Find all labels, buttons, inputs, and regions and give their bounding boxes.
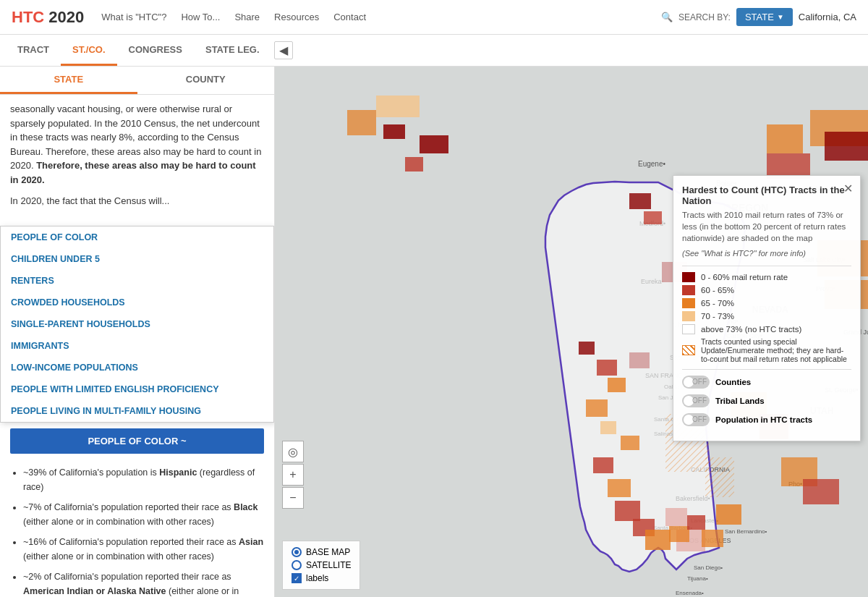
svg-rect-38 (405, 157, 423, 172)
logo: HTC 2020 (12, 8, 84, 27)
toggle-population-label: Population in HTC tracts (715, 415, 812, 424)
location-text: California, CA (799, 12, 856, 22)
svg-text:San Bernardino•: San Bernardino• (725, 528, 767, 535)
sub-tab-state[interactable]: STATE (0, 67, 137, 94)
svg-rect-61 (586, 399, 608, 417)
svg-rect-58 (579, 342, 595, 355)
nav: What is "HTC"? How To... Share Resources… (101, 12, 644, 22)
dropdown-multi-family[interactable]: PEOPLE LIVING IN MULTI-FAMILY HOUSING (1, 400, 273, 422)
legend-item-0-60: 0 - 60% mail return rate (682, 272, 851, 282)
toggle-tribal-label: Tribal Lands (715, 397, 765, 405)
svg-rect-53 (803, 479, 839, 504)
svg-rect-44 (767, 124, 803, 153)
stats-list: ~39% of California's population is Hispa… (10, 465, 264, 598)
tab-congress[interactable]: CONGRESS (117, 35, 194, 66)
legend-description: Tracts with 2010 mail return rates of 73… (682, 209, 851, 244)
legend-item-special: Tracts counted using special Update/Enum… (682, 337, 851, 363)
basemap-radio-filled (292, 547, 302, 557)
tab-collapse-button[interactable]: ◀ (274, 41, 293, 59)
svg-rect-36 (383, 124, 405, 139)
zoom-out-button[interactable]: − (282, 487, 304, 509)
panel-strong: Therefore, these areas also may be hard … (10, 160, 256, 185)
svg-rect-47 (825, 132, 868, 161)
legend-close-button[interactable]: ✕ (843, 182, 853, 195)
toggle-population[interactable]: OFF (682, 413, 710, 426)
zoom-in-button[interactable]: + (282, 464, 304, 486)
dropdown-menu: PEOPLE OF COLOR CHILDREN UNDER 5 RENTERS… (0, 226, 274, 423)
svg-rect-56 (629, 193, 651, 209)
stats-content: ~39% of California's population is Hispa… (0, 460, 274, 598)
basemap-control: BASE MAP SATELLITE ✓ labels (282, 541, 360, 590)
map-area[interactable]: OREGON NEVADA UTAH IDAHO Eugene• Boise• … (275, 67, 868, 597)
tab-tract[interactable]: TRACT (6, 35, 61, 66)
satellite-radio (292, 560, 302, 570)
nav-resources[interactable]: Resources (274, 12, 319, 22)
search-icon: 🔍 (661, 12, 673, 22)
nav-share[interactable]: Share (234, 12, 260, 22)
nav-what-is-htc[interactable]: What is "HTC"? (101, 12, 166, 22)
labels-checkbox-row[interactable]: ✓ labels (292, 573, 351, 583)
dropdown-people-of-color[interactable]: PEOPLE OF COLOR (1, 226, 273, 248)
dropdown-low-income[interactable]: LOW-INCOME POPULATIONS (1, 357, 273, 378)
svg-text:Ensenada•: Ensenada• (676, 590, 704, 596)
stat-black: ~7% of California's population reported … (23, 500, 264, 529)
toggle-tribal-off-label: OFF (692, 397, 707, 405)
legend-color-hatched (682, 345, 695, 355)
dropdown-single-parent[interactable]: SINGLE-PARENT HOUSEHOLDS (1, 313, 273, 335)
basemap-option-satellite[interactable]: SATELLITE (292, 560, 351, 570)
legend-color-dark-red (682, 272, 695, 282)
svg-rect-69 (669, 526, 689, 542)
map-controls: ◎ + − (282, 441, 304, 510)
main: STATE COUNTY seasonally vacant housing, … (0, 67, 868, 597)
dropdown-renters[interactable]: RENTERS (1, 270, 273, 292)
svg-text:Tijuana•: Tijuana• (687, 575, 708, 582)
nav-contact[interactable]: Contact (333, 12, 366, 22)
basemap-option-basemap[interactable]: BASE MAP (292, 547, 351, 557)
sub-tabs: STATE COUNTY (0, 67, 274, 95)
stat-hispanic: ~39% of California's population is Hispa… (23, 465, 264, 494)
satellite-label: SATELLITE (306, 560, 351, 570)
stat-asian: ~16% of California's population reported… (23, 535, 264, 564)
legend-color-orange (682, 298, 695, 308)
svg-rect-57 (644, 211, 662, 224)
toggle-tribal-row: OFF Tribal Lands (682, 394, 851, 407)
svg-text:San Diego•: San Diego• (694, 564, 723, 571)
left-panel: STATE COUNTY seasonally vacant housing, … (0, 67, 275, 597)
toggle-tribal[interactable]: OFF (682, 394, 710, 407)
logo-year: 2020 (48, 8, 84, 26)
svg-rect-68 (645, 530, 671, 550)
legend-item-above-73: above 73% (no HTC tracts) (682, 324, 851, 334)
location-button[interactable]: ◎ (282, 441, 304, 462)
sub-tab-county[interactable]: COUNTY (137, 67, 275, 94)
tab-stco[interactable]: ST./CO. (61, 35, 117, 66)
basemap-label: BASE MAP (306, 547, 350, 557)
search-by-label: SEARCH BY: (678, 12, 731, 22)
toggle-counties-off-label: OFF (692, 378, 707, 386)
state-dropdown-button[interactable]: STATE (736, 8, 793, 26)
svg-rect-62 (600, 421, 616, 434)
legend-item-60-65: 60 - 65% (682, 285, 851, 295)
toggle-counties[interactable]: OFF (682, 376, 710, 389)
svg-rect-70 (687, 515, 705, 530)
tab-state-leg[interactable]: STATE LEG. (194, 35, 271, 66)
svg-rect-55 (347, 110, 376, 135)
toggle-counties-row: OFF Counties (682, 376, 851, 389)
dropdown-children-under-5[interactable]: CHILDREN UNDER 5 (1, 248, 273, 270)
legend-label-70-73: 70 - 73% (701, 312, 734, 321)
svg-rect-43 (716, 504, 741, 525)
legend-color-light-orange (682, 311, 695, 321)
legend-note: (See "What is HTC?" for more info) (682, 248, 851, 259)
tab-bar: TRACT ST./CO. CONGRESS STATE LEG. ◀ (0, 35, 868, 67)
nav-how-to[interactable]: How To... (181, 12, 220, 22)
svg-rect-59 (597, 360, 617, 376)
dropdown-crowded-households[interactable]: CROWDED HOUSEHOLDS (1, 292, 273, 313)
search-area: 🔍 SEARCH BY: STATE California, CA (661, 8, 856, 26)
dropdown-limited-english[interactable]: PEOPLE WITH LIMITED ENGLISH PROFICIENCY (1, 378, 273, 400)
labels-checkbox[interactable]: ✓ (292, 573, 302, 583)
poc-button[interactable]: PEOPLE OF COLOR ~ (10, 428, 264, 454)
legend-item-65-70: 65 - 70% (682, 298, 851, 308)
dropdown-immigrants[interactable]: IMMIGRANTS (1, 335, 273, 357)
legend-label-above-73: above 73% (no HTC tracts) (701, 325, 801, 334)
legend-label-65-70: 65 - 70% (701, 299, 734, 308)
legend-title: Hardest to Count (HTC) Tracts in the Nat… (682, 185, 851, 206)
